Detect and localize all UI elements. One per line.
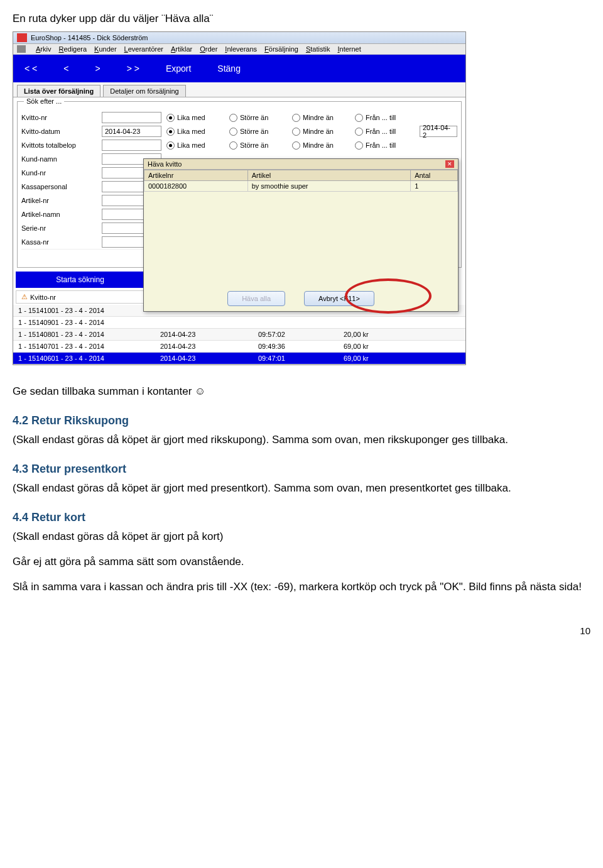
table-cell: 20,00 kr: [339, 329, 465, 341]
radio-option[interactable]: Större än: [229, 128, 280, 136]
paragraph-after: Ge sedan tillbaka summan i kontanter ☺: [13, 384, 590, 399]
radio-option[interactable]: Mindre än: [292, 128, 342, 136]
app-screenshot: EuroShop - 141485 - Dick Söderström Arki…: [13, 31, 466, 365]
table-cell: 69,00 kr: [339, 353, 465, 365]
search-group-label: Sök efter ...: [24, 97, 64, 105]
radio-option[interactable]: Lika med: [166, 141, 217, 150]
menu-order[interactable]: Order: [200, 45, 217, 53]
hava-kvitto-dialog: Häva kvitto ✕ Artikelnr Artikel Antal 00…: [143, 158, 459, 312]
table-row[interactable]: 1 - 15140701 - 23 - 4 - 20142014-04-2309…: [13, 341, 465, 353]
paragraph-4-3: (Skall endast göras då köpet är gjort me…: [13, 481, 590, 496]
radio-icon: [355, 128, 363, 136]
radio-label: Större än: [240, 128, 268, 135]
radio-label: Lika med: [177, 128, 205, 135]
radio-label: Större än: [240, 141, 268, 149]
warn-icon: ⚠: [21, 293, 28, 301]
window-title: EuroShop - 141485 - Dick Söderström: [31, 34, 148, 41]
radio-icon: [292, 128, 300, 136]
search-label: Kvitto-datum: [21, 128, 97, 135]
table-cell: 2014-04-23: [155, 341, 253, 353]
start-search-button[interactable]: Starta sökning: [16, 272, 144, 288]
page-number: 10: [13, 625, 590, 636]
radio-option[interactable]: Lika med: [166, 114, 217, 122]
table-cell: 1 - 15140901 - 23 - 4 - 2014: [13, 317, 155, 329]
table-row[interactable]: 1 - 15140801 - 23 - 4 - 20142014-04-2309…: [13, 329, 465, 341]
table-cell: 1 - 15141001 - 23 - 4 - 2014: [13, 305, 155, 317]
menu-artiklar[interactable]: Artiklar: [171, 45, 192, 53]
col-artikel: Artikel: [247, 170, 411, 181]
radio-label: Från ... till: [366, 128, 396, 135]
table-cell: 09:47:01: [253, 353, 339, 365]
nav-next-button[interactable]: >: [91, 63, 104, 74]
menu-redigera[interactable]: Redigera: [58, 45, 87, 53]
avbryt-button[interactable]: Avbryt <F11>: [304, 291, 374, 306]
menu-arkiv[interactable]: Arkiv: [36, 45, 51, 53]
radio-icon: [355, 114, 363, 122]
close-button[interactable]: Stäng: [214, 63, 244, 74]
menu-inleverans[interactable]: Inleverans: [225, 45, 257, 53]
search-label: Kund-namn: [21, 155, 97, 163]
paragraph-4-4b: Går ej att göra på samma sätt som ovanst…: [13, 554, 590, 569]
hava-alla-button[interactable]: Häva alla: [227, 291, 285, 306]
radio-icon: [229, 114, 237, 122]
menu-icon: [17, 45, 26, 53]
menu-bar: Arkiv Redigera Kunder Leverantörer Artik…: [13, 44, 465, 55]
heading-4-2: 4.2 Retur Rikskupong: [13, 413, 590, 429]
menu-forsaljning[interactable]: Försäljning: [264, 45, 298, 53]
radio-option[interactable]: Lika med: [166, 128, 217, 136]
menu-statistik[interactable]: Statistik: [306, 45, 330, 53]
table-row[interactable]: 0000182800 by smoothie super 1: [144, 181, 458, 192]
tab-details[interactable]: Detaljer om försäljning: [103, 85, 185, 97]
radio-group: Lika medStörre änMindre änFrån ... till: [166, 141, 457, 150]
radio-option[interactable]: Från ... till: [355, 141, 405, 150]
radio-group: Lika medStörre änMindre änFrån ... till: [166, 114, 457, 122]
search-label: Kassa-nr: [21, 238, 97, 246]
search-row: Kvitto-datum2014-04-23Lika medStörre änM…: [21, 124, 457, 138]
search-input[interactable]: 2014-04-23: [102, 126, 161, 137]
heading-4-3: 4.3 Retur presentkort: [13, 461, 590, 477]
radio-option[interactable]: Större än: [229, 114, 280, 122]
cell-artikelnr: 0000182800: [144, 181, 248, 192]
search-input[interactable]: [102, 140, 161, 151]
export-button[interactable]: Export: [162, 63, 195, 74]
radio-label: Mindre än: [303, 114, 334, 121]
radio-option[interactable]: Större än: [229, 141, 280, 150]
search-label: Kvittots totalbelop: [21, 141, 97, 149]
tab-list[interactable]: Lista över försäljning: [17, 85, 100, 97]
table-row[interactable]: 1 - 15140901 - 23 - 4 - 2014: [13, 317, 465, 329]
nav-last-button[interactable]: > >: [123, 63, 143, 74]
table-cell: [155, 317, 253, 329]
radio-label: Mindre än: [303, 128, 334, 135]
close-icon[interactable]: ✕: [445, 160, 454, 168]
radio-icon: [166, 141, 175, 150]
table-cell: 69,00 kr: [339, 341, 465, 353]
radio-label: Lika med: [177, 114, 205, 121]
intro-text: En ruta dyker upp där du väljer ¨Häva al…: [13, 13, 590, 25]
menu-leverantorer[interactable]: Leverantörer: [124, 45, 163, 53]
nav-first-button[interactable]: < <: [21, 63, 41, 74]
window-titlebar: EuroShop - 141485 - Dick Söderström: [13, 32, 465, 44]
search-label: Kassapersonal: [21, 183, 97, 190]
search-input[interactable]: [102, 112, 161, 123]
cell-artikel: by smoothie super: [247, 181, 411, 192]
search-input-to[interactable]: 2014-04-2: [420, 126, 457, 137]
radio-option[interactable]: Mindre än: [292, 141, 342, 150]
paragraph-4-4a: (Skall endast göras då köpet är gjort på…: [13, 529, 590, 544]
menu-internet[interactable]: Internet: [337, 45, 361, 53]
results-column-header[interactable]: ⚠ Kvitto-nr: [16, 290, 146, 304]
paragraph-4-4c: Slå in samma vara i kassan och ändra pri…: [13, 580, 590, 595]
menu-kunder[interactable]: Kunder: [94, 45, 116, 53]
results-header-label: Kvitto-nr: [30, 294, 56, 301]
col-antal: Antal: [411, 170, 458, 181]
table-row[interactable]: 1 - 15140601 - 23 - 4 - 20142014-04-2309…: [13, 353, 465, 365]
search-row: Kvittots totalbelopLika medStörre änMind…: [21, 138, 457, 152]
nav-prev-button[interactable]: <: [60, 63, 72, 74]
tab-bar: Lista över försäljning Detaljer om försä…: [13, 82, 465, 97]
radio-option[interactable]: Mindre än: [292, 114, 342, 122]
radio-icon: [229, 128, 237, 136]
radio-option[interactable]: Från ... till: [355, 114, 405, 122]
search-label: Serie-nr: [21, 224, 97, 232]
radio-option[interactable]: Från ... till: [355, 128, 405, 136]
radio-label: Mindre än: [303, 141, 334, 149]
table-cell: 2014-04-23: [155, 329, 253, 341]
